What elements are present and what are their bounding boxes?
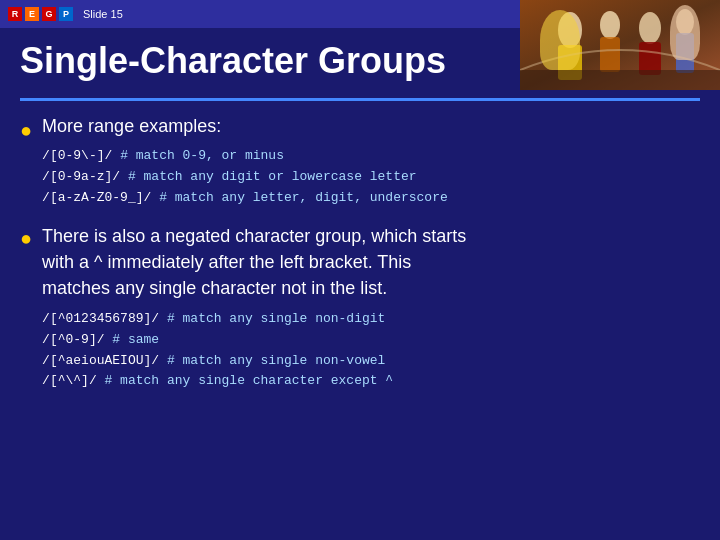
code-line-7-comment: # match any single character except ^ [105,373,394,388]
code-line-6-comment: # match any single non-vowel [167,353,385,368]
svg-rect-10 [520,70,720,90]
code-line-3-spaces [151,190,159,205]
painting-image [520,0,720,90]
bullet-1-intro: More range examples: [42,115,700,138]
divider [20,98,700,101]
svg-point-8 [676,9,694,35]
bullet-dot-1: ● [20,117,32,209]
bullet-1-content: More range examples: /[0-9\-]/ # match 0… [42,115,700,209]
code-line-6-spaces [159,353,167,368]
code-line-3-comment: # match any letter, digit, underscore [159,190,448,205]
bullet-2-content: There is also a negated character group,… [42,223,700,392]
code-line-2-spaces [120,169,128,184]
code-line-5-regex: /[^0-9]/ [42,332,104,347]
code-line-4-comment: # match any single non-digit [167,311,385,326]
logo-g: G [42,7,56,21]
top-image [520,0,720,90]
code-line-1-comment: # match 0-9, or minus [120,148,284,163]
bullet-dot-2: ● [20,225,32,392]
code-line-7-regex: /[^\^]/ [42,373,97,388]
code-line-4-spaces [159,311,167,326]
bullet-2-text: There is also a negated character group,… [42,223,700,301]
slide-label: Slide 15 [83,8,123,20]
code-block-1: /[0-9\-]/ # match 0-9, or minus /[0-9a-z… [42,146,700,208]
bullet-1: ● More range examples: /[0-9\-]/ # match… [20,115,700,209]
code-line-2-regex: /[0-9a-z]/ [42,169,120,184]
logo-e: E [25,7,39,21]
code-line-1-spaces [112,148,120,163]
svg-point-6 [639,12,661,44]
logo-r: R [8,7,22,21]
bullet-2: ● There is also a negated character grou… [20,223,700,392]
logo-area: R E G P [8,7,73,21]
svg-rect-5 [600,37,620,72]
code-line-4-regex: /[^0123456789]/ [42,311,159,326]
logo-p: P [59,7,73,21]
svg-point-4 [600,11,620,39]
code-line-2-comment: # match any digit or lowercase letter [128,169,417,184]
svg-point-2 [558,12,582,48]
code-block-2: /[^0123456789]/ # match any single non-d… [42,309,700,392]
code-line-6-regex: /[^aeiouAEIOU]/ [42,353,159,368]
svg-rect-9 [676,33,694,73]
code-line-7-spaces [97,373,105,388]
code-line-1-regex: /[0-9\-]/ [42,148,112,163]
code-line-5-comment: # same [112,332,159,347]
code-line-3-regex: /[a-zA-Z0-9_]/ [42,190,151,205]
